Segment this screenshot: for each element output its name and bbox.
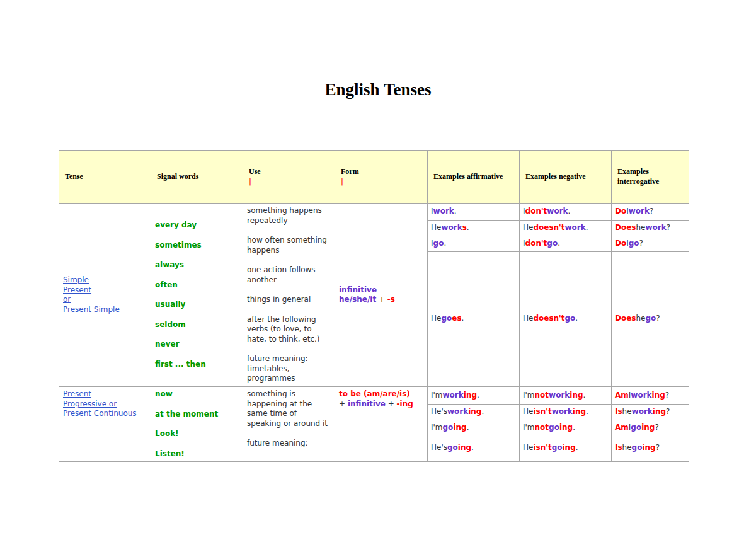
text-segment: ing — [458, 443, 471, 453]
signal-word: seldom — [155, 320, 239, 330]
text-segment: he — [622, 407, 632, 417]
text-segment: work — [433, 207, 454, 217]
tense-link-line: Present Continuous — [63, 409, 137, 418]
text-segment: ing — [464, 391, 477, 401]
text-segment: not — [535, 423, 549, 433]
column-header-label: Examples interrogative — [617, 167, 659, 186]
example-interrogative: Does he go? — [612, 252, 689, 386]
examples-interrogative-grid: Do I work?Does he work?Do I go?Does he g… — [612, 204, 689, 386]
signal-word: first ... then — [155, 360, 239, 370]
text-segment: I'm — [431, 391, 443, 401]
tense-link-line: Present — [63, 285, 91, 294]
text-segment: . — [586, 407, 588, 417]
signal-word: now — [155, 389, 239, 400]
example-interrogative: Does he work? — [612, 221, 689, 236]
example-negative: He doesn't go. — [520, 252, 611, 386]
text-segment: ? — [667, 223, 670, 233]
text-segment: work — [632, 407, 653, 417]
text-segment: don't — [525, 207, 547, 217]
text-segment: work — [564, 223, 585, 233]
table-body: SimplePresentorPresent Simpleevery dayso… — [59, 204, 689, 462]
text-segment: He — [523, 223, 533, 233]
column-header-label: Signal words — [157, 172, 198, 181]
text-segment: work — [547, 207, 568, 217]
signal-word: every day — [155, 221, 239, 231]
text-segment: infinitive — [339, 285, 377, 294]
text-segment: work — [646, 223, 667, 233]
text-segment: ing — [468, 407, 481, 417]
text-segment: work — [552, 407, 573, 417]
text-segment: work — [443, 391, 464, 401]
text-segment: doesn't — [533, 223, 564, 233]
red-caret-mark: | — [249, 177, 251, 186]
text-segment: work — [549, 391, 570, 401]
text-segment: es — [452, 314, 461, 324]
red-caret-mark: | — [341, 177, 343, 186]
text-segment: . — [586, 223, 588, 233]
document-page: English Tenses TenseSignal wordsUse|Form… — [0, 0, 756, 462]
text-segment: he — [636, 314, 646, 324]
examples-affirmative-cell: I work.He works.I go.He goes. — [428, 204, 520, 387]
text-segment: -s — [387, 295, 395, 304]
text-segment: go — [631, 423, 641, 433]
text-segment: go — [646, 314, 656, 324]
text-segment: ing — [562, 443, 575, 453]
example-affirmative: I work. — [428, 204, 519, 221]
text-segment: . — [575, 314, 578, 324]
use-item: something happens repeatedly — [247, 206, 331, 226]
text-segment: ? — [665, 391, 669, 401]
text-segment: Do — [615, 207, 626, 217]
column-header-examples-negative: Examples negative — [520, 151, 612, 204]
text-segment: isn't — [533, 443, 551, 453]
use-item: after the following verbs (to love, to h… — [247, 315, 331, 345]
examples-negative-cell: I don't work.He doesn't work.I don't go.… — [520, 204, 612, 387]
text-segment: ? — [666, 407, 670, 417]
tense-link[interactable]: PresentProgressive orPresent Continuous — [63, 389, 147, 419]
text-segment: Am — [615, 423, 629, 433]
text-segment: He — [523, 443, 533, 453]
text-segment: + — [386, 400, 397, 408]
tense-cell: SimplePresentorPresent Simple — [59, 204, 151, 387]
column-header-examples-interrogative: Examples interrogative — [612, 151, 689, 204]
text-segment: ing — [642, 443, 655, 453]
example-affirmative: I'm working. — [428, 387, 519, 405]
text-segment: ing — [570, 391, 583, 401]
tense-row: SimplePresentorPresent Simpleevery dayso… — [59, 204, 689, 387]
text-segment: . — [467, 223, 469, 233]
text-segment: ? — [656, 443, 660, 453]
example-negative: I don't work. — [520, 204, 611, 221]
examples-interrogative-cell: Am I working?Is he working?Am I going?Is… — [612, 387, 689, 462]
text-segment: go — [447, 443, 458, 453]
examples-negative-cell: I'm not working.He isn't working.I'm not… — [520, 387, 612, 462]
text-segment: work — [629, 207, 650, 217]
tense-link[interactable]: SimplePresentorPresent Simple — [63, 275, 147, 314]
page-title: English Tenses — [0, 0, 756, 100]
text-segment: ? — [650, 207, 653, 217]
examples-negative-grid: I'm not working.He isn't working.I'm not… — [520, 387, 611, 460]
text-segment: I'm — [523, 391, 535, 401]
form-line: to be (am/are/is) — [339, 389, 423, 400]
text-segment: . — [444, 239, 446, 249]
example-interrogative: Am I working? — [612, 387, 689, 405]
examples-affirmative-cell: I'm working.He's working.I'm going.He's … — [428, 387, 520, 462]
tense-link-line: Progressive or — [63, 400, 117, 408]
use-item: one action follows another — [247, 265, 331, 285]
example-affirmative: He's going. — [428, 435, 519, 460]
text-segment: infinitive — [348, 400, 386, 408]
text-segment: he/she/it — [339, 295, 376, 304]
text-segment: . — [462, 314, 464, 324]
text-segment: I'm — [523, 423, 535, 433]
example-interrogative: Do I work? — [612, 204, 689, 221]
text-segment: + — [339, 400, 348, 408]
text-segment: he — [622, 443, 632, 453]
signal-word: sometimes — [155, 241, 239, 251]
tenses-table: TenseSignal wordsUse|Form|Examples affir… — [59, 150, 689, 462]
text-segment: + — [376, 295, 387, 304]
text-segment: work — [441, 223, 462, 233]
use-cell: something is happening at the same time … — [243, 387, 335, 462]
example-negative: He doesn't work. — [520, 221, 611, 236]
tense-row: PresentProgressive orPresent Continuousn… — [59, 387, 689, 462]
text-segment: ? — [639, 239, 643, 249]
table-header: TenseSignal wordsUse|Form|Examples affir… — [59, 151, 689, 204]
tense-link-line: Present Simple — [63, 305, 120, 314]
